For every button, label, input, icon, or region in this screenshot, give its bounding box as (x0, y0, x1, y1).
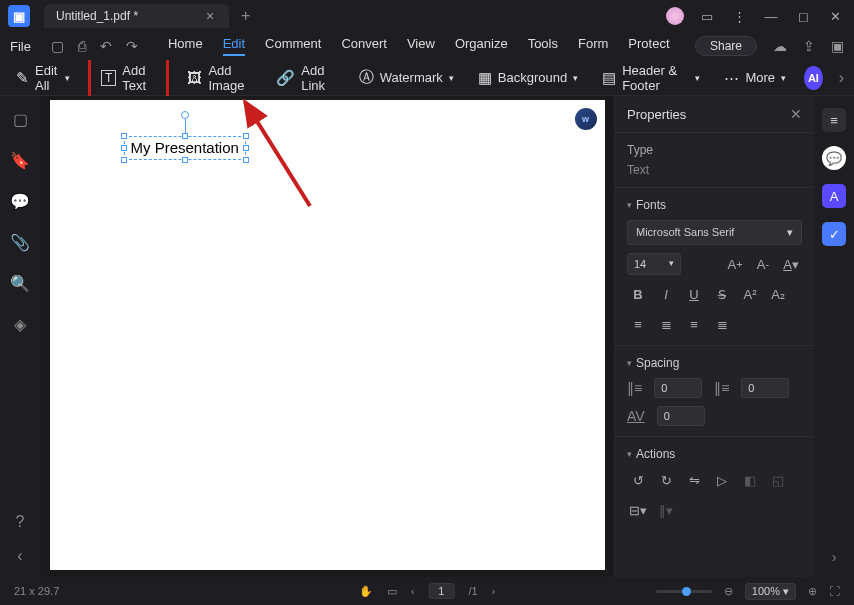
close-window-button[interactable]: ✕ (826, 9, 844, 24)
undo-icon[interactable]: ↶ (96, 38, 116, 54)
line-spacing-input[interactable] (654, 378, 702, 398)
crop-icon[interactable]: ◧ (739, 469, 761, 491)
prev-page-icon[interactable]: ‹ (411, 585, 415, 597)
window-menu-icon[interactable]: ⋮ (730, 9, 748, 24)
help-icon[interactable]: ? (16, 513, 25, 531)
actions-header[interactable]: Actions (627, 447, 802, 461)
background-button[interactable]: ▦ Background ▾ (472, 65, 584, 91)
decrease-size-icon[interactable]: A- (752, 253, 774, 275)
bookmark-icon[interactable]: 🔖 (10, 151, 30, 170)
more-button[interactable]: ⋯ More ▾ (718, 65, 792, 91)
ai-chat-icon[interactable]: 💬 (822, 146, 846, 170)
zoom-out-icon[interactable]: ⊖ (724, 585, 733, 598)
layers-icon[interactable]: ◈ (14, 315, 26, 334)
resize-handle-l[interactable] (121, 145, 127, 151)
thumbnails-icon[interactable]: ▢ (13, 110, 28, 129)
resize-handle-tr[interactable] (243, 133, 249, 139)
spacing-header[interactable]: Spacing (627, 356, 802, 370)
text-content[interactable]: My Presentation (131, 139, 239, 156)
edit-all-button[interactable]: ✎ Edit All ▾ (10, 59, 76, 97)
menu-organize[interactable]: Organize (455, 36, 508, 56)
zoom-value[interactable]: 100% ▾ (745, 583, 796, 600)
select-tool-icon[interactable]: ▭ (387, 585, 397, 598)
settings-sliders-icon[interactable]: ≡ (822, 108, 846, 132)
rotate-left-icon[interactable]: ↺ (627, 469, 649, 491)
align-center-icon[interactable]: ≣ (655, 313, 677, 335)
increase-size-icon[interactable]: A+ (724, 253, 746, 275)
open-icon[interactable]: ▢ (47, 38, 68, 54)
close-panel-icon[interactable]: ✕ (790, 106, 802, 122)
resize-handle-tl[interactable] (121, 133, 127, 139)
app-logo-icon[interactable]: ▣ (8, 5, 30, 27)
menu-convert[interactable]: Convert (341, 36, 387, 56)
minimize-button[interactable]: — (762, 9, 780, 24)
fit-screen-icon[interactable]: ⛶ (829, 585, 840, 597)
ai-check-icon[interactable]: ✓ (822, 222, 846, 246)
strikethrough-icon[interactable]: S̶ (711, 283, 733, 305)
menu-form[interactable]: Form (578, 36, 608, 56)
expand-right-icon[interactable]: › (839, 69, 844, 87)
zoom-thumb[interactable] (682, 587, 691, 596)
italic-icon[interactable]: I (655, 283, 677, 305)
superscript-icon[interactable]: A² (739, 283, 761, 305)
attachment-icon[interactable]: 📎 (10, 233, 30, 252)
redo-icon[interactable]: ↷ (122, 38, 142, 54)
menu-comment[interactable]: Comment (265, 36, 321, 56)
menu-protect[interactable]: Protect (628, 36, 669, 56)
resize-handle-r[interactable] (243, 145, 249, 151)
canvas-area[interactable]: w My Presentation (40, 96, 614, 577)
upload-icon[interactable]: ⇪ (803, 38, 815, 54)
align-objects-icon[interactable]: ⊟▾ (627, 499, 649, 521)
resize-handle-bl[interactable] (121, 157, 127, 163)
flip-h-icon[interactable]: ⇋ (683, 469, 705, 491)
watermark-button[interactable]: Ⓐ Watermark ▾ (353, 64, 460, 91)
font-color-icon[interactable]: A▾ (780, 253, 802, 275)
font-size-select[interactable]: 14 ▾ (627, 253, 681, 275)
comment-list-icon[interactable]: 💬 (10, 192, 30, 211)
font-family-select[interactable]: Microsoft Sans Serif ▾ (627, 220, 802, 245)
menu-file[interactable]: File (10, 39, 31, 54)
resize-handle-br[interactable] (243, 157, 249, 163)
add-text-button[interactable]: T Add Text (88, 56, 169, 100)
replace-icon[interactable]: ◱ (767, 469, 789, 491)
underline-icon[interactable]: U (683, 283, 705, 305)
header-footer-button[interactable]: ▤ Header & Footer ▾ (596, 59, 706, 97)
resize-handle-b[interactable] (182, 157, 188, 163)
collapse-right-icon[interactable]: › (832, 549, 837, 565)
zoom-slider[interactable] (656, 590, 712, 593)
zoom-in-icon[interactable]: ⊕ (808, 585, 817, 598)
menu-tools[interactable]: Tools (528, 36, 558, 56)
align-left-icon[interactable]: ≡ (627, 313, 649, 335)
subscript-icon[interactable]: A₂ (767, 283, 789, 305)
maximize-button[interactable]: ◻ (794, 9, 812, 24)
ai-button[interactable]: AI (804, 66, 823, 90)
close-tab-icon[interactable]: × (203, 9, 217, 23)
align-justify-icon[interactable]: ≣ (711, 313, 733, 335)
menu-view[interactable]: View (407, 36, 435, 56)
next-page-icon[interactable]: › (492, 585, 496, 597)
distribute-icon[interactable]: ‖▾ (655, 499, 677, 521)
menu-edit[interactable]: Edit (223, 36, 245, 56)
add-image-button[interactable]: 🖼 Add Image (181, 59, 258, 97)
menu-home[interactable]: Home (168, 36, 203, 56)
para-spacing-input[interactable] (741, 378, 789, 398)
page-number-input[interactable] (428, 583, 454, 599)
cloud-icon[interactable]: ☁ (773, 38, 787, 54)
collapse-left-icon[interactable]: ‹ (17, 547, 22, 565)
new-tab-button[interactable]: + (241, 7, 250, 25)
bold-icon[interactable]: B (627, 283, 649, 305)
print-icon[interactable]: ⎙ (74, 38, 90, 54)
add-link-button[interactable]: 🔗 Add Link (270, 59, 340, 97)
ai-doc-icon[interactable]: A (822, 184, 846, 208)
fonts-header[interactable]: Fonts (627, 198, 802, 212)
resize-handle-t[interactable] (182, 133, 188, 139)
pdf-page[interactable]: w My Presentation (50, 100, 605, 570)
hand-tool-icon[interactable]: ✋ (359, 585, 373, 598)
window-feedback-icon[interactable]: ▭ (698, 9, 716, 24)
rotate-handle[interactable] (181, 111, 189, 119)
document-tab[interactable]: Untitled_1.pdf * × (44, 4, 229, 28)
text-box-selection[interactable]: My Presentation (124, 136, 246, 160)
rotate-right-icon[interactable]: ↻ (655, 469, 677, 491)
align-right-icon[interactable]: ≡ (683, 313, 705, 335)
flip-v-icon[interactable]: ▷ (711, 469, 733, 491)
